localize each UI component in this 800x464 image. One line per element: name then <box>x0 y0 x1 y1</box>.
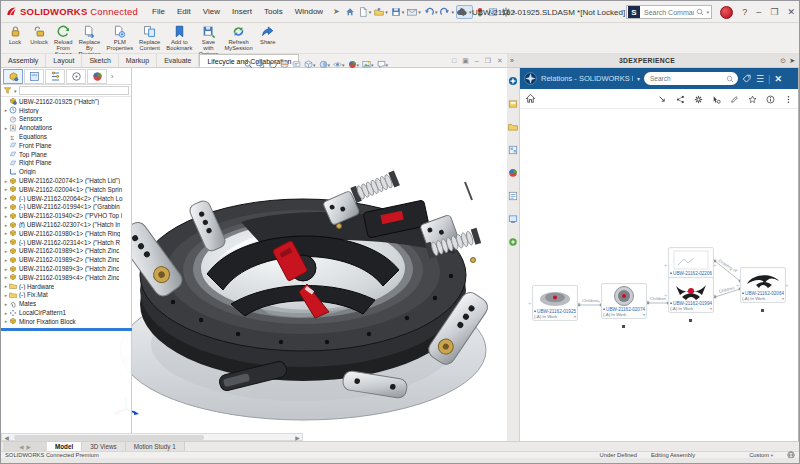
tree-item[interactable]: ▸UBW-21162-01989<1> ("Hatch Zinc <box>1 247 131 256</box>
search-commands-input[interactable] <box>642 8 696 17</box>
tree-item[interactable]: Right Plane <box>1 159 131 168</box>
tree-item[interactable]: ▸(f) UBW-21162-02307<1> ("Hatch In <box>1 220 131 229</box>
redo-button[interactable]: ▾ <box>439 6 455 18</box>
tree-item-label[interactable]: Mates <box>19 300 36 307</box>
node-expand-plus[interactable]: + <box>597 299 601 303</box>
node-expand-plus[interactable]: + <box>736 283 740 287</box>
3dexperience-tab[interactable] <box>508 72 518 90</box>
user-avatar[interactable] <box>720 6 733 19</box>
tree-item[interactable]: Sensors <box>1 115 131 124</box>
tree-item[interactable]: ▸LocalCirPattern1 <box>1 308 131 317</box>
tree-item[interactable]: ▸(-) Fix.Mat <box>1 291 131 300</box>
document-manager-tab[interactable] <box>508 210 518 228</box>
tree-item-label[interactable]: Origin <box>19 168 36 175</box>
unlock-command-button[interactable]: Unlock <box>27 24 51 46</box>
undo-button[interactable]: ▾ <box>423 6 439 18</box>
tab-sketch[interactable]: Sketch <box>82 54 118 67</box>
tree-tab-dim[interactable] <box>66 69 86 84</box>
app-chevron-down-icon[interactable]: ▾ <box>637 75 640 82</box>
tree-item[interactable]: ▸UBW-21162-02074<1> ("Hatch Lid") <box>1 176 131 185</box>
panel-search-icon[interactable] <box>726 75 734 83</box>
relations-graph-canvas[interactable]: ChildrenChildrenDrawing ofChildren UBW-2… <box>520 109 797 443</box>
tree-item-label[interactable]: Right Plane <box>19 159 52 166</box>
tree-item[interactable]: ΣEquations <box>1 132 131 141</box>
caret-icon[interactable]: ▾ <box>369 9 372 15</box>
home-icon[interactable] <box>525 93 536 104</box>
panel-search-input[interactable] <box>648 74 726 83</box>
node-chevron-icon[interactable]: ▾ <box>574 314 576 319</box>
tree-item-label[interactable]: (-) Hardware <box>19 283 54 290</box>
tree-item-label[interactable]: Top Plane <box>19 151 47 158</box>
menu-file[interactable]: File <box>146 1 171 23</box>
plm-command-button[interactable]: PLM Properties <box>104 24 136 52</box>
tree-filter-input[interactable] <box>19 86 129 95</box>
tab-evaluate[interactable]: Evaluate <box>157 54 199 67</box>
close-button[interactable]: ✕ <box>787 7 795 17</box>
hscroll-right-arrow[interactable]: ▶ <box>293 434 302 441</box>
tree-item[interactable]: ▸History <box>1 106 131 115</box>
caret-icon[interactable]: ▾ <box>385 9 388 15</box>
node-chevron-icon[interactable]: ▾ <box>782 296 784 301</box>
menu-insert[interactable]: Insert <box>226 1 258 23</box>
tab-markup[interactable]: Markup <box>119 54 157 67</box>
tree-item-label[interactable]: UBW-21162-01989<3> ("Hatch Zinc <box>19 265 119 272</box>
node-expand-plus[interactable]: + <box>664 293 668 297</box>
menu-edit[interactable]: Edit <box>171 1 197 23</box>
relations-graph-button[interactable] <box>676 90 685 108</box>
node-expand-plus[interactable]: + <box>713 263 717 267</box>
doc-close-icon[interactable]: ✕ <box>497 57 503 65</box>
tree-item-label[interactable]: (-) UBW-21162-02064<2> ("Hatch Lo <box>19 195 123 202</box>
file-explorer-tab[interactable] <box>508 118 518 136</box>
tag-icon[interactable] <box>742 74 752 84</box>
caret-icon[interactable]: ▾ <box>451 9 454 15</box>
node-expand-plus[interactable]: + <box>646 299 650 303</box>
node-port-dot[interactable] <box>761 309 764 312</box>
doc-tab-motion-study-1[interactable]: Motion Study 1 <box>126 442 185 451</box>
tree-item-label[interactable]: History <box>19 107 39 114</box>
doc-cascade-icon[interactable]: ▣ <box>462 57 469 65</box>
panel-app-title[interactable]: Relations - SOLIDWORKS Relatio <box>541 74 633 83</box>
node-expand-plus[interactable]: + <box>528 301 532 305</box>
tree-item-label[interactable]: UBW-21162-01980<1> ("Hatch Ring <box>19 230 120 237</box>
search-icon[interactable] <box>696 8 704 16</box>
caret-icon[interactable]: ▾ <box>402 9 405 15</box>
pin-icon[interactable]: ➤ <box>333 7 340 16</box>
tree-item-label[interactable]: Minor Fixation Block <box>19 318 76 325</box>
filter-funnel-icon[interactable] <box>3 86 12 95</box>
tree-item-label[interactable]: Annotations <box>19 124 52 131</box>
caret-icon[interactable]: ▾ <box>342 62 345 68</box>
hscroll-left-arrow[interactable]: ◀ <box>2 434 11 441</box>
route-arrow-button[interactable] <box>658 90 667 108</box>
tree-item-label[interactable]: (-) UBW-21162-01994<1> ("Grabbin <box>19 203 120 210</box>
relation-node-ubw-21162-01925[interactable]: UBW-21162-01925(-A) In Work▾++ <box>532 285 578 321</box>
more-kebab-button[interactable] <box>784 90 793 108</box>
tree-item[interactable]: ▸UBW-21162-01989<4> ("Hatch Zinc <box>1 273 131 282</box>
caret-icon[interactable]: ▾ <box>328 62 331 68</box>
caret-icon[interactable]: ▾ <box>357 62 360 68</box>
node-port-dot[interactable] <box>622 325 625 328</box>
node-chevron-icon[interactable]: ▾ <box>710 306 712 311</box>
tree-item[interactable]: ▸(-) UBW-21162-01994<1> ("Grabbin <box>1 203 131 212</box>
tree-tab-cfg[interactable] <box>45 69 65 84</box>
tree-item[interactable]: Front Plane <box>1 141 131 150</box>
panel-close-icon[interactable]: ✕ <box>774 74 782 84</box>
tree-item[interactable]: ▸(-) UBW-21162-02064<2> ("Hatch Lo <box>1 194 131 203</box>
minimize-button[interactable]: – <box>756 7 761 17</box>
tree-tabs-overflow[interactable]: › <box>111 73 113 80</box>
search-commands-box[interactable]: S ▾ <box>626 5 712 19</box>
3dexperience-compass-icon[interactable] <box>524 72 537 85</box>
tree-item[interactable]: ▸AAnnotations <box>1 123 131 132</box>
tree-item[interactable]: ▸UBW-21162-01989<2> ("Hatch Zinc <box>1 255 131 264</box>
tree-item-label[interactable]: UBW-21162-01925 ("Hatch") <box>19 98 99 105</box>
doc-tab-3d-views[interactable]: 3D Views <box>82 442 125 451</box>
tree-item[interactable]: ▸UBW-21162-02004<1> ("Hatch Sprin <box>1 185 131 194</box>
node-chevron-icon[interactable]: ▾ <box>643 312 645 317</box>
node-expand-plus[interactable]: + <box>713 293 717 297</box>
tree-item-label[interactable]: Sensors <box>19 115 42 122</box>
doc-restore2-icon[interactable]: ❐ <box>485 57 491 65</box>
tree-item-label[interactable]: (-) UBW-21162-02314<1> ("Hatch R <box>19 239 120 246</box>
tree-item-label[interactable]: Front Plane <box>19 142 52 149</box>
open-button[interactable]: ▾ <box>373 6 389 18</box>
save-button[interactable]: ▾ <box>390 6 406 18</box>
caret-icon[interactable]: ▾ <box>435 9 438 15</box>
